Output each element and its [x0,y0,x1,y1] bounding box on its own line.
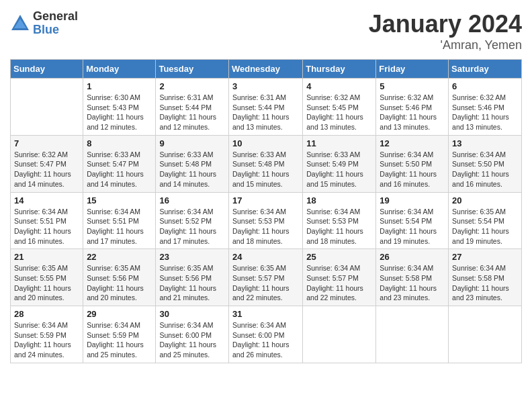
logo-general-text: General [33,10,78,24]
header-cell-wednesday: Wednesday [228,60,302,79]
calendar-cell: 2Sunrise: 6:31 AM Sunset: 5:44 PM Daylig… [156,79,229,136]
calendar-cell: 24Sunrise: 6:35 AM Sunset: 5:57 PM Dayli… [228,249,302,306]
day-number: 11 [306,138,372,148]
day-number: 26 [380,252,445,262]
day-info: Sunrise: 6:32 AM Sunset: 5:46 PM Dayligh… [380,93,445,132]
calendar-body: 1Sunrise: 6:30 AM Sunset: 5:43 PM Daylig… [11,79,522,363]
day-info: Sunrise: 6:34 AM Sunset: 6:00 PM Dayligh… [232,320,299,360]
header-cell-friday: Friday [376,60,449,79]
calendar-cell: 29Sunrise: 6:34 AM Sunset: 5:59 PM Dayli… [83,306,156,363]
calendar-header: SundayMondayTuesdayWednesdayThursdayFrid… [11,60,522,79]
calendar-cell: 27Sunrise: 6:34 AM Sunset: 5:58 PM Dayli… [449,249,522,306]
day-number: 25 [306,252,372,262]
day-number: 21 [14,252,79,262]
logo-text: General Blue [33,10,78,37]
day-number: 27 [452,252,518,262]
calendar-table: SundayMondayTuesdayWednesdayThursdayFrid… [10,59,522,363]
calendar-cell: 25Sunrise: 6:34 AM Sunset: 5:57 PM Dayli… [303,249,376,306]
calendar-cell: 30Sunrise: 6:34 AM Sunset: 6:00 PM Dayli… [156,306,229,363]
day-info: Sunrise: 6:35 AM Sunset: 5:55 PM Dayligh… [14,263,79,303]
day-number: 16 [159,195,225,205]
calendar-cell: 12Sunrise: 6:34 AM Sunset: 5:50 PM Dayli… [376,135,449,192]
calendar-cell: 4Sunrise: 6:32 AM Sunset: 5:45 PM Daylig… [303,79,376,136]
day-number: 28 [14,309,79,319]
day-number: 13 [452,138,518,148]
week-row-5: 28Sunrise: 6:34 AM Sunset: 5:59 PM Dayli… [11,306,522,363]
day-info: Sunrise: 6:32 AM Sunset: 5:45 PM Dayligh… [306,93,372,132]
day-number: 24 [232,252,299,262]
day-info: Sunrise: 6:34 AM Sunset: 5:59 PM Dayligh… [14,320,79,360]
calendar-cell: 3Sunrise: 6:31 AM Sunset: 5:44 PM Daylig… [228,79,302,136]
calendar-cell: 28Sunrise: 6:34 AM Sunset: 5:59 PM Dayli… [11,306,83,363]
location-title: 'Amran, Yemen [369,38,522,52]
week-row-4: 21Sunrise: 6:35 AM Sunset: 5:55 PM Dayli… [11,249,522,306]
day-info: Sunrise: 6:31 AM Sunset: 5:44 PM Dayligh… [159,93,225,132]
month-title: January 2024 [369,10,522,38]
calendar-cell: 14Sunrise: 6:34 AM Sunset: 5:51 PM Dayli… [11,192,83,249]
calendar-cell: 18Sunrise: 6:34 AM Sunset: 5:53 PM Dayli… [303,192,376,249]
day-number: 3 [232,81,299,91]
header-cell-tuesday: Tuesday [156,60,229,79]
day-info: Sunrise: 6:34 AM Sunset: 5:51 PM Dayligh… [87,207,152,246]
day-number: 30 [159,309,225,319]
header-row: SundayMondayTuesdayWednesdayThursdayFrid… [11,60,522,79]
logo: General Blue [10,10,78,37]
calendar-cell: 21Sunrise: 6:35 AM Sunset: 5:55 PM Dayli… [11,249,83,306]
day-number: 2 [159,81,225,91]
header-cell-sunday: Sunday [11,60,83,79]
calendar-cell [449,306,522,363]
calendar-cell: 6Sunrise: 6:32 AM Sunset: 5:46 PM Daylig… [449,79,522,136]
calendar-cell: 20Sunrise: 6:35 AM Sunset: 5:54 PM Dayli… [449,192,522,249]
calendar-cell: 26Sunrise: 6:34 AM Sunset: 5:58 PM Dayli… [376,249,449,306]
page-header: General Blue January 2024 'Amran, Yemen [10,10,522,52]
day-info: Sunrise: 6:34 AM Sunset: 5:58 PM Dayligh… [380,263,445,303]
title-block: January 2024 'Amran, Yemen [369,10,522,52]
calendar-cell: 16Sunrise: 6:34 AM Sunset: 5:52 PM Dayli… [156,192,229,249]
week-row-3: 14Sunrise: 6:34 AM Sunset: 5:51 PM Dayli… [11,192,522,249]
day-info: Sunrise: 6:34 AM Sunset: 5:59 PM Dayligh… [87,320,152,360]
calendar-cell: 17Sunrise: 6:34 AM Sunset: 5:53 PM Dayli… [228,192,302,249]
day-number: 22 [87,252,152,262]
calendar-cell: 31Sunrise: 6:34 AM Sunset: 6:00 PM Dayli… [228,306,302,363]
header-cell-thursday: Thursday [303,60,376,79]
day-number: 10 [232,138,299,148]
day-number: 5 [380,81,445,91]
day-number: 1 [87,81,152,91]
day-info: Sunrise: 6:33 AM Sunset: 5:47 PM Dayligh… [87,150,152,189]
day-info: Sunrise: 6:32 AM Sunset: 5:46 PM Dayligh… [452,93,518,132]
day-number: 31 [232,309,299,319]
day-number: 12 [380,138,445,148]
calendar-cell: 8Sunrise: 6:33 AM Sunset: 5:47 PM Daylig… [83,135,156,192]
day-info: Sunrise: 6:34 AM Sunset: 5:54 PM Dayligh… [380,207,445,246]
day-number: 29 [87,309,152,319]
week-row-1: 1Sunrise: 6:30 AM Sunset: 5:43 PM Daylig… [11,79,522,136]
day-info: Sunrise: 6:33 AM Sunset: 5:49 PM Dayligh… [306,150,372,189]
logo-icon [10,13,30,34]
calendar-cell [11,79,83,136]
logo-blue-text: Blue [33,24,78,37]
header-cell-monday: Monday [83,60,156,79]
day-number: 8 [87,138,152,148]
day-number: 14 [14,195,79,205]
day-info: Sunrise: 6:34 AM Sunset: 5:52 PM Dayligh… [159,207,225,246]
day-info: Sunrise: 6:35 AM Sunset: 5:57 PM Dayligh… [232,263,299,303]
day-info: Sunrise: 6:34 AM Sunset: 5:51 PM Dayligh… [14,207,79,246]
day-info: Sunrise: 6:34 AM Sunset: 5:57 PM Dayligh… [306,263,372,303]
calendar-cell: 1Sunrise: 6:30 AM Sunset: 5:43 PM Daylig… [83,79,156,136]
calendar-cell: 5Sunrise: 6:32 AM Sunset: 5:46 PM Daylig… [376,79,449,136]
day-info: Sunrise: 6:34 AM Sunset: 6:00 PM Dayligh… [159,320,225,360]
day-info: Sunrise: 6:34 AM Sunset: 5:50 PM Dayligh… [380,150,445,189]
day-info: Sunrise: 6:30 AM Sunset: 5:43 PM Dayligh… [87,93,152,132]
calendar-cell: 23Sunrise: 6:35 AM Sunset: 5:56 PM Dayli… [156,249,229,306]
calendar-cell: 22Sunrise: 6:35 AM Sunset: 5:56 PM Dayli… [83,249,156,306]
day-info: Sunrise: 6:34 AM Sunset: 5:58 PM Dayligh… [452,263,518,303]
day-number: 18 [306,195,372,205]
day-info: Sunrise: 6:34 AM Sunset: 5:53 PM Dayligh… [306,207,372,246]
week-row-2: 7Sunrise: 6:32 AM Sunset: 5:47 PM Daylig… [11,135,522,192]
day-info: Sunrise: 6:35 AM Sunset: 5:54 PM Dayligh… [452,207,518,246]
day-info: Sunrise: 6:34 AM Sunset: 5:50 PM Dayligh… [452,150,518,189]
day-number: 19 [380,195,445,205]
day-info: Sunrise: 6:35 AM Sunset: 5:56 PM Dayligh… [159,263,225,303]
calendar-cell: 13Sunrise: 6:34 AM Sunset: 5:50 PM Dayli… [449,135,522,192]
day-number: 20 [452,195,518,205]
